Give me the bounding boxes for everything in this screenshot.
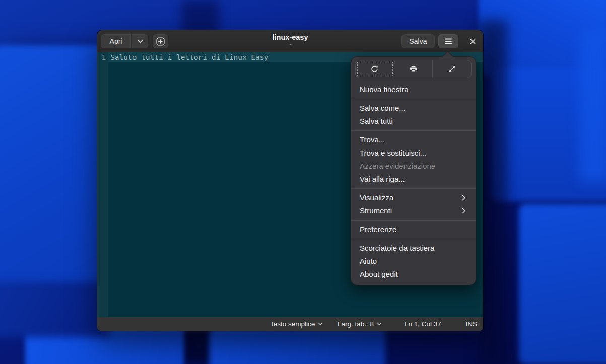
menu-separator bbox=[351, 239, 476, 239]
language-label: Testo semplice bbox=[270, 320, 315, 328]
menu-item-strumenti[interactable]: Strumenti bbox=[355, 204, 472, 217]
editor-line-text: Saluto tutti i lettori di Linux Easy bbox=[110, 52, 268, 62]
menu-item-about-gedit[interactable]: About gedit bbox=[355, 268, 472, 281]
reload-button[interactable] bbox=[356, 60, 394, 78]
language-selector[interactable]: Testo semplice bbox=[270, 317, 323, 331]
fullscreen-icon bbox=[448, 65, 456, 74]
menu-item-salva-tutti[interactable]: Salva tutti bbox=[355, 115, 472, 128]
open-button[interactable]: Apri bbox=[101, 34, 131, 48]
wallpaper-highlight bbox=[579, 30, 606, 181]
tab-width-label: Larg. tab.: 8 bbox=[338, 320, 374, 328]
menu-item-azzera-evidenziazione: Azzera evidenziazione bbox=[355, 160, 472, 173]
hamburger-icon bbox=[444, 38, 452, 45]
new-tab-icon bbox=[156, 37, 165, 46]
menu-separator bbox=[351, 220, 476, 221]
chevron-down-icon bbox=[318, 322, 323, 326]
reload-icon bbox=[370, 65, 379, 74]
print-icon bbox=[409, 65, 418, 73]
statusbar: Testo semplice Larg. tab.: 8 Ln 1, Col 3… bbox=[97, 317, 483, 331]
tab-width-selector[interactable]: Larg. tab.: 8 bbox=[338, 317, 382, 331]
menu-item-trova-e-sostituisci[interactable]: Trova e sostituisci... bbox=[355, 147, 472, 160]
menu-icon-row bbox=[355, 60, 472, 78]
print-button[interactable] bbox=[394, 60, 433, 78]
headerbar: Apri linux-easy ~ Salva bbox=[97, 30, 483, 52]
chevron-down-icon bbox=[377, 322, 382, 326]
save-button[interactable]: Salva bbox=[401, 34, 435, 48]
line-number: 1 bbox=[97, 52, 106, 62]
insert-mode-indicator[interactable]: INS bbox=[465, 317, 477, 331]
wallpaper-cube bbox=[519, 204, 606, 364]
cursor-position[interactable]: Ln 1, Col 37 bbox=[405, 317, 441, 331]
menu-item-visualizza[interactable]: Visualizza bbox=[355, 191, 472, 204]
close-icon bbox=[469, 38, 476, 45]
menu-item-trova[interactable]: Trova... bbox=[355, 133, 472, 147]
wallpaper-cube bbox=[0, 282, 111, 337]
fullscreen-button[interactable] bbox=[433, 60, 471, 78]
menu-list: Nuova finestra Salva come... Salva tutti… bbox=[355, 82, 472, 282]
hamburger-menu-button[interactable] bbox=[438, 34, 458, 48]
line-number-gutter bbox=[97, 52, 108, 317]
submenu-arrow-icon bbox=[462, 208, 466, 214]
menu-item-aiuto[interactable]: Aiuto bbox=[355, 255, 472, 268]
menu-separator bbox=[351, 99, 476, 99]
close-window-button[interactable] bbox=[465, 34, 480, 48]
menu-separator bbox=[351, 188, 476, 189]
menu-item-salva-come[interactable]: Salva come... bbox=[355, 102, 472, 115]
open-dropdown-button[interactable] bbox=[132, 34, 148, 48]
menu-item-scorciatoie-da-tastiera[interactable]: Scorciatoie da tastiera bbox=[355, 242, 472, 255]
menu-item-preferenze[interactable]: Preferenze bbox=[355, 223, 472, 236]
menu-separator bbox=[351, 130, 476, 131]
main-menu-popover: Nuova finestra Salva come... Salva tutti… bbox=[351, 56, 476, 285]
wallpaper-cube bbox=[209, 327, 385, 364]
chevron-down-icon bbox=[138, 39, 143, 43]
new-tab-button[interactable] bbox=[153, 34, 168, 48]
menu-item-vai-alla-riga[interactable]: Vai alla riga... bbox=[355, 173, 472, 186]
menu-item-nuova-finestra[interactable]: Nuova finestra bbox=[355, 83, 472, 96]
submenu-arrow-icon bbox=[462, 195, 466, 201]
